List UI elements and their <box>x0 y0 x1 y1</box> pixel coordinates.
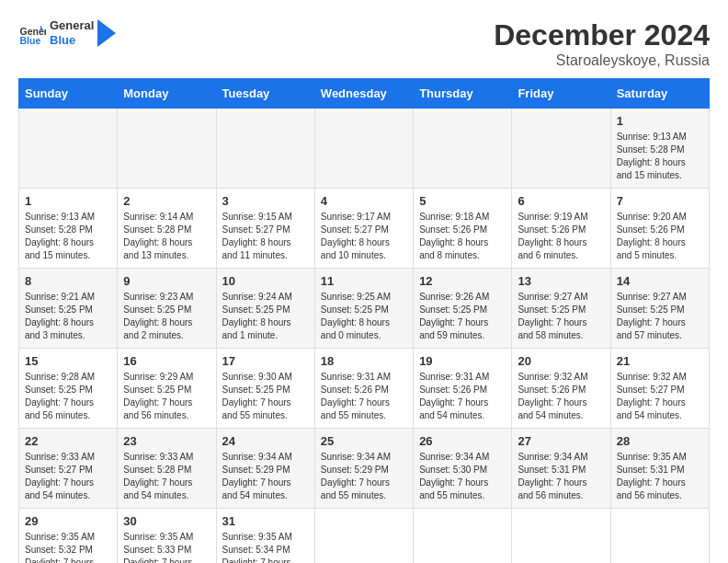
table-row: 23 Sunrise: 9:33 AM Sunset: 5:28 PM Dayl… <box>118 429 216 509</box>
table-row: 31 Sunrise: 9:35 AM Sunset: 5:34 PM Dayl… <box>216 509 314 564</box>
table-row: 24 Sunrise: 9:34 AM Sunset: 5:29 PM Dayl… <box>216 429 314 509</box>
col-header-sunday: Sunday <box>19 79 118 109</box>
logo-arrow-icon <box>97 19 116 47</box>
calendar-week-row: 15 Sunrise: 9:28 AM Sunset: 5:25 PM Dayl… <box>19 349 710 429</box>
table-row: 21 Sunrise: 9:32 AM Sunset: 5:27 PM Dayl… <box>610 349 709 429</box>
day-number: 4 <box>321 194 407 208</box>
day-number: 15 <box>25 354 111 368</box>
day-number: 26 <box>419 434 506 448</box>
day-number: 31 <box>222 514 309 528</box>
day-info: Sunrise: 9:25 AM Sunset: 5:25 PM Dayligh… <box>321 291 407 342</box>
table-row <box>216 109 314 189</box>
day-number: 11 <box>321 274 407 288</box>
day-info: Sunrise: 9:13 AM Sunset: 5:28 PM Dayligh… <box>25 211 111 262</box>
table-row: 19 Sunrise: 9:31 AM Sunset: 5:26 PM Dayl… <box>414 349 512 429</box>
day-info: Sunrise: 9:35 AM Sunset: 5:32 PM Dayligh… <box>25 531 111 563</box>
table-row: 6 Sunrise: 9:19 AM Sunset: 5:26 PM Dayli… <box>512 189 610 269</box>
day-info: Sunrise: 9:26 AM Sunset: 5:25 PM Dayligh… <box>419 291 506 342</box>
svg-text:Blue: Blue <box>20 35 41 46</box>
day-info: Sunrise: 9:15 AM Sunset: 5:27 PM Dayligh… <box>222 211 309 262</box>
col-header-tuesday: Tuesday <box>216 79 314 109</box>
table-row <box>118 109 216 189</box>
svg-marker-3 <box>97 19 116 47</box>
table-row: 8 Sunrise: 9:21 AM Sunset: 5:25 PM Dayli… <box>19 269 118 349</box>
day-info: Sunrise: 9:21 AM Sunset: 5:25 PM Dayligh… <box>25 291 111 342</box>
table-row: 28 Sunrise: 9:35 AM Sunset: 5:31 PM Dayl… <box>610 429 709 509</box>
logo-blue: Blue <box>50 33 94 48</box>
table-row: 1 Sunrise: 9:13 AM Sunset: 5:28 PM Dayli… <box>610 109 709 189</box>
day-number: 5 <box>419 194 506 208</box>
day-info: Sunrise: 9:30 AM Sunset: 5:25 PM Dayligh… <box>222 371 309 422</box>
day-number: 27 <box>518 434 604 448</box>
table-row <box>512 109 610 189</box>
day-info: Sunrise: 9:27 AM Sunset: 5:25 PM Dayligh… <box>518 291 604 342</box>
day-number: 12 <box>419 274 506 288</box>
day-info: Sunrise: 9:17 AM Sunset: 5:27 PM Dayligh… <box>321 211 407 262</box>
day-info: Sunrise: 9:32 AM Sunset: 5:26 PM Dayligh… <box>518 371 604 422</box>
page-header: General Blue General Blue December 2024 … <box>18 18 710 69</box>
table-row: 12 Sunrise: 9:26 AM Sunset: 5:25 PM Dayl… <box>414 269 512 349</box>
calendar-week-row: 1 Sunrise: 9:13 AM Sunset: 5:28 PM Dayli… <box>19 189 710 269</box>
table-row: 15 Sunrise: 9:28 AM Sunset: 5:25 PM Dayl… <box>19 349 118 429</box>
calendar-table: Sunday Monday Tuesday Wednesday Thursday… <box>18 78 710 563</box>
day-info: Sunrise: 9:18 AM Sunset: 5:26 PM Dayligh… <box>419 211 506 262</box>
table-row: 27 Sunrise: 9:34 AM Sunset: 5:31 PM Dayl… <box>512 429 610 509</box>
logo-general: General <box>50 18 94 33</box>
day-info: Sunrise: 9:31 AM Sunset: 5:26 PM Dayligh… <box>321 371 407 422</box>
day-info: Sunrise: 9:23 AM Sunset: 5:25 PM Dayligh… <box>123 291 210 342</box>
day-number: 24 <box>222 434 309 448</box>
table-row: 11 Sunrise: 9:25 AM Sunset: 5:25 PM Dayl… <box>314 269 413 349</box>
day-number: 22 <box>25 434 111 448</box>
day-info: Sunrise: 9:34 AM Sunset: 5:29 PM Dayligh… <box>222 451 309 502</box>
day-number: 18 <box>321 354 407 368</box>
calendar-week-row: 22 Sunrise: 9:33 AM Sunset: 5:27 PM Dayl… <box>19 429 710 509</box>
table-row: 3 Sunrise: 9:15 AM Sunset: 5:27 PM Dayli… <box>216 189 314 269</box>
table-row: 1 Sunrise: 9:13 AM Sunset: 5:28 PM Dayli… <box>19 189 118 269</box>
day-number: 7 <box>617 194 703 208</box>
table-row: 25 Sunrise: 9:34 AM Sunset: 5:29 PM Dayl… <box>314 429 413 509</box>
day-info: Sunrise: 9:34 AM Sunset: 5:29 PM Dayligh… <box>321 451 407 502</box>
day-number: 14 <box>617 274 703 288</box>
day-number: 30 <box>123 514 210 528</box>
table-row <box>414 509 512 564</box>
day-info: Sunrise: 9:13 AM Sunset: 5:28 PM Dayligh… <box>617 131 703 182</box>
col-header-saturday: Saturday <box>610 79 709 109</box>
day-number: 16 <box>123 354 210 368</box>
table-row <box>314 109 413 189</box>
day-info: Sunrise: 9:33 AM Sunset: 5:27 PM Dayligh… <box>25 451 111 502</box>
day-number: 3 <box>222 194 309 208</box>
day-number: 6 <box>518 194 604 208</box>
table-row: 22 Sunrise: 9:33 AM Sunset: 5:27 PM Dayl… <box>19 429 118 509</box>
day-info: Sunrise: 9:34 AM Sunset: 5:30 PM Dayligh… <box>419 451 506 502</box>
day-number: 25 <box>321 434 407 448</box>
day-number: 10 <box>222 274 309 288</box>
day-info: Sunrise: 9:27 AM Sunset: 5:25 PM Dayligh… <box>617 291 703 342</box>
col-header-monday: Monday <box>118 79 216 109</box>
table-row <box>414 109 512 189</box>
table-row: 18 Sunrise: 9:31 AM Sunset: 5:26 PM Dayl… <box>314 349 413 429</box>
day-number: 20 <box>518 354 604 368</box>
table-row: 29 Sunrise: 9:35 AM Sunset: 5:32 PM Dayl… <box>19 509 118 564</box>
day-number: 17 <box>222 354 309 368</box>
logo: General Blue General Blue <box>18 18 116 47</box>
logo-icon: General Blue <box>18 19 46 47</box>
day-number: 19 <box>419 354 506 368</box>
calendar-title: December 2024 <box>494 18 710 52</box>
table-row: 26 Sunrise: 9:34 AM Sunset: 5:30 PM Dayl… <box>414 429 512 509</box>
day-number: 13 <box>518 274 604 288</box>
col-header-wednesday: Wednesday <box>314 79 413 109</box>
day-number: 1 <box>25 194 111 208</box>
table-row <box>610 509 709 564</box>
day-number: 8 <box>25 274 111 288</box>
day-number: 28 <box>617 434 703 448</box>
day-info: Sunrise: 9:14 AM Sunset: 5:28 PM Dayligh… <box>123 211 210 262</box>
day-info: Sunrise: 9:20 AM Sunset: 5:26 PM Dayligh… <box>617 211 703 262</box>
table-row: 2 Sunrise: 9:14 AM Sunset: 5:28 PM Dayli… <box>118 189 216 269</box>
day-number: 9 <box>123 274 210 288</box>
table-row: 5 Sunrise: 9:18 AM Sunset: 5:26 PM Dayli… <box>414 189 512 269</box>
day-info: Sunrise: 9:33 AM Sunset: 5:28 PM Dayligh… <box>123 451 210 502</box>
day-info: Sunrise: 9:29 AM Sunset: 5:25 PM Dayligh… <box>123 371 210 422</box>
calendar-header-row: Sunday Monday Tuesday Wednesday Thursday… <box>19 79 710 109</box>
day-info: Sunrise: 9:28 AM Sunset: 5:25 PM Dayligh… <box>25 371 111 422</box>
day-number: 29 <box>25 514 111 528</box>
